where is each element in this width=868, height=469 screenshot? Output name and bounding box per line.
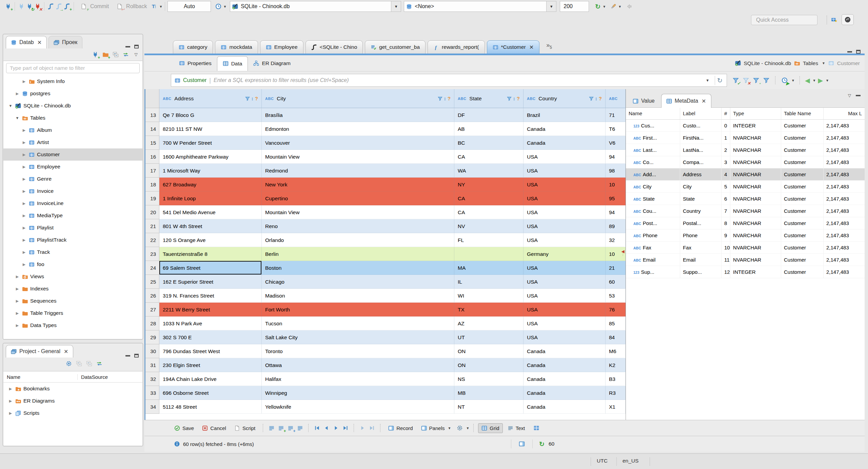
cell-label[interactable]: LastNa... (680, 144, 722, 156)
cell-label[interactable]: State (680, 193, 722, 205)
tree-item[interactable]: foo (3, 258, 142, 270)
refresh-icon[interactable]: ↻ (715, 76, 725, 85)
tree-item[interactable]: Sequences (3, 295, 142, 307)
tree-expander-icon[interactable] (22, 128, 26, 132)
new-folder-icon[interactable]: + (101, 50, 110, 59)
cell-country[interactable]: Brazil (524, 108, 606, 122)
cell-column-name[interactable]: ABCAdd... (626, 168, 680, 181)
tree-item[interactable]: Scripts (3, 407, 142, 419)
cell-address[interactable]: 1033 N Park Ave (159, 317, 262, 330)
cell-ordinal[interactable]: 4 (722, 168, 730, 181)
cell-postalcode[interactable]: 95 (606, 191, 626, 205)
cell-state[interactable]: DF (454, 108, 524, 122)
cell-state[interactable]: CA (454, 191, 524, 205)
close-icon[interactable]: ✕ (702, 98, 706, 104)
cell-address[interactable]: 319 N. Frances Street (159, 289, 262, 303)
cell-label[interactable]: Custo... (680, 120, 722, 132)
row-number[interactable]: 29 (145, 330, 159, 344)
editor-tab[interactable]: *Customer ✕ (487, 40, 540, 54)
cell-type[interactable]: NVARCHAR (730, 132, 781, 144)
cell-country[interactable]: USA (524, 191, 606, 205)
connect-icon[interactable] (17, 2, 25, 11)
row-number[interactable]: 28 (145, 317, 159, 330)
panel-toggle-icon[interactable] (518, 440, 526, 448)
cell-postalcode[interactable]: 84 (606, 330, 626, 344)
tree-item[interactable]: Views (3, 270, 142, 283)
maximize-icon[interactable] (856, 50, 861, 54)
cell-max-length[interactable]: 2,147,483 (824, 168, 865, 181)
row-number[interactable]: 18 (145, 178, 159, 191)
filter-icon[interactable] (245, 96, 250, 101)
cell-country[interactable]: USA (524, 150, 606, 164)
row-number[interactable]: 30 (145, 344, 159, 358)
column-header-postalcode[interactable]: ABC (606, 89, 626, 108)
cell-state[interactable]: UT (454, 330, 524, 344)
transaction-log-icon[interactable] (214, 2, 222, 11)
tree-item[interactable]: Genre (3, 173, 142, 185)
tree-item[interactable]: Artist (3, 136, 142, 148)
tab-properties[interactable]: Properties (174, 57, 217, 70)
cell-table-name[interactable]: Customer (781, 229, 824, 242)
view-menu-icon[interactable]: ▽ (132, 50, 140, 59)
grid-corner[interactable] (145, 89, 159, 108)
history-back-icon[interactable]: ◀ (805, 77, 810, 84)
cell-address[interactable]: 302 S 700 E (159, 330, 262, 344)
tree-expander-icon[interactable] (8, 399, 13, 403)
cell-address[interactable]: 2211 W Berry Street (159, 303, 262, 317)
tree-item[interactable]: Table Triggers (3, 307, 142, 319)
cell-address[interactable]: 796 Dundas Street West (159, 344, 262, 358)
filter-icon[interactable] (507, 96, 512, 101)
close-icon[interactable]: ✕ (64, 348, 68, 355)
cell-table-name[interactable]: Customer (781, 144, 824, 156)
cell-ordinal[interactable]: 1 (722, 132, 730, 144)
script-button[interactable]: Script (231, 423, 259, 433)
cell-postalcode[interactable]: 53 (606, 289, 626, 303)
cell-country[interactable]: USA (524, 233, 606, 247)
tree-expander-icon[interactable] (15, 323, 20, 328)
cell-state[interactable]: CA (454, 150, 524, 164)
cell-label[interactable]: Fax (680, 242, 722, 254)
panel-sash-handle[interactable]: ◀ ⋮ (620, 248, 626, 258)
row-number[interactable]: 26 (145, 289, 159, 303)
tree-expander-icon[interactable] (22, 189, 26, 193)
fetch-size-input[interactable]: 200 (560, 1, 589, 12)
duplicate-row-icon[interactable]: + (287, 424, 295, 432)
new-connection-icon[interactable]: + (4, 2, 12, 11)
cell-postalcode[interactable]: 85 (606, 317, 626, 330)
cell-country[interactable]: USA (524, 164, 606, 178)
cell-type[interactable]: NVARCHAR (730, 193, 781, 205)
cell-city[interactable]: Tucson (262, 317, 454, 330)
cell-city[interactable]: Madison (262, 289, 454, 303)
cell-label[interactable]: Address (680, 168, 722, 181)
row-number[interactable]: 19 (145, 191, 159, 205)
cell-state[interactable]: NS (454, 372, 524, 386)
cell-postalcode[interactable]: 10 (606, 178, 626, 191)
cell-table-name[interactable]: Customer (781, 120, 824, 132)
database-dropdown-icon[interactable]: ▼ (546, 1, 556, 12)
tree-expander-icon[interactable] (22, 250, 26, 254)
column-header-type[interactable]: Type (730, 108, 781, 119)
cell-type[interactable]: NVARCHAR (730, 205, 781, 217)
cell-address[interactable]: 8210 111 ST NW (159, 122, 262, 136)
cell-address[interactable]: 801 W 4th Street (159, 219, 262, 233)
tools-icon[interactable] (609, 2, 617, 11)
collapse-all-icon[interactable] (112, 50, 120, 59)
tree-expander-icon[interactable] (22, 238, 26, 242)
cell-max-length[interactable]: 2,147,483 (824, 217, 865, 229)
cell-column-name[interactable]: ABCLast... (626, 144, 680, 156)
link-with-editor-icon[interactable] (95, 360, 103, 368)
open-sql-script-icon[interactable]: → (55, 2, 63, 11)
cell-column-name[interactable]: ABCState (626, 193, 680, 205)
cell-city[interactable]: Yellowknife (262, 400, 454, 414)
cell-city[interactable]: Ottawa (262, 358, 454, 372)
tree-item[interactable]: PlaylistTrack (3, 234, 142, 246)
tree-item[interactable]: Album (3, 124, 142, 136)
cell-table-name[interactable]: Customer (781, 168, 824, 181)
cell-column-name[interactable]: 123Cus... (626, 120, 680, 132)
cell-ordinal[interactable]: 11 (722, 254, 730, 266)
cell-country[interactable]: Canada (524, 386, 606, 400)
tree-expander-icon[interactable] (22, 165, 26, 169)
cell-table-name[interactable]: Customer (781, 156, 824, 168)
cell-address[interactable]: 5112 48 Street (159, 400, 262, 414)
chevron-down-icon[interactable]: ▼ (822, 61, 825, 65)
